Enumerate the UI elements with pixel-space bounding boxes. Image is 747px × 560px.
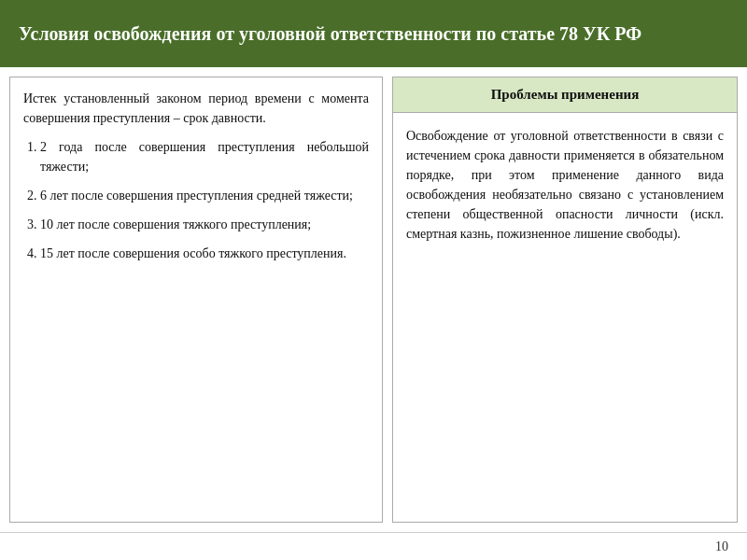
left-panel: Истек установленный законом период време… bbox=[9, 77, 383, 523]
right-body: Освобождение от уголовной ответственност… bbox=[392, 113, 738, 523]
footer: 10 bbox=[0, 532, 747, 560]
left-list: 2 года после совершения преступления неб… bbox=[23, 137, 369, 263]
list-item: 2 года после совершения преступления неб… bbox=[40, 137, 369, 176]
page-number: 10 bbox=[715, 539, 728, 554]
left-intro: Истек установленный законом период време… bbox=[23, 89, 369, 128]
header: Условия освобождения от уголовной ответс… bbox=[0, 0, 747, 67]
right-section-title: Проблемы применения bbox=[392, 77, 738, 113]
list-item: 6 лет после совершения преступления сред… bbox=[40, 186, 369, 205]
header-title: Условия освобождения от уголовной ответс… bbox=[19, 21, 641, 47]
list-item: 10 лет после совершения тяжкого преступл… bbox=[40, 215, 369, 234]
right-panel: Проблемы применения Освобождение от угол… bbox=[392, 77, 738, 523]
list-item: 15 лет после совершения особо тяжкого пр… bbox=[40, 244, 369, 263]
content-area: Истек установленный законом период време… bbox=[0, 67, 747, 532]
slide: Условия освобождения от уголовной ответс… bbox=[0, 0, 747, 560]
